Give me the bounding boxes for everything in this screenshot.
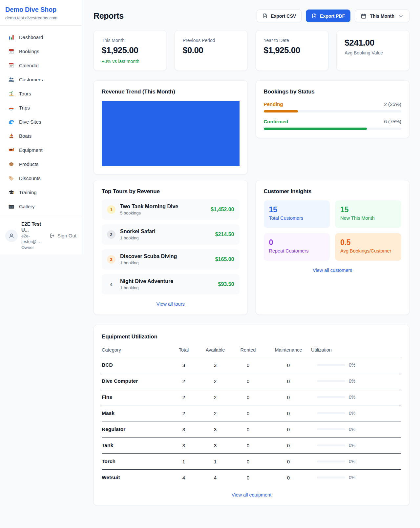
tour-bookings-count: 1 booking xyxy=(120,260,177,265)
export-csv-label: Export CSV xyxy=(271,13,296,19)
view-all-tours-link[interactable]: View all tours xyxy=(102,301,240,307)
equipment-table: CategoryTotalAvailableRentedMaintenanceU… xyxy=(102,344,401,485)
tour-revenue: $93.50 xyxy=(218,281,234,287)
equipment-utilization-cell: 0% xyxy=(311,421,401,437)
equipment-category: Regulator xyxy=(102,421,167,437)
sidebar-item-trips[interactable]: Trips xyxy=(4,101,78,115)
status-rows: Pending 2 (25%) Confirmed 6 (75%) xyxy=(264,101,402,130)
top-tours-card: Top Tours by Revenue 1 Two Tank Morning … xyxy=(94,180,248,315)
insight-label: New This Month xyxy=(340,215,396,221)
utilization-percent: 0% xyxy=(349,411,355,416)
equipment-table-header: CategoryTotalAvailableRentedMaintenanceU… xyxy=(102,344,401,357)
column-header-utilization: Utilization xyxy=(311,344,401,357)
tour-info: Night Dive Adventure 1 booking xyxy=(120,278,173,290)
equipment-category: Wetsuit xyxy=(102,470,167,486)
sidebar-item-gallery[interactable]: Gallery xyxy=(4,199,78,213)
sidebar-item-products[interactable]: Products xyxy=(4,157,78,171)
column-header-maintenance: Maintenance xyxy=(266,344,311,357)
discounts-icon xyxy=(8,175,14,182)
header-actions: Export CSV Export PDF This Month xyxy=(257,10,410,22)
utilization-bar xyxy=(317,460,345,462)
tour-rank-badge: 3 xyxy=(107,255,116,264)
equipment-available: 3 xyxy=(200,421,230,437)
utilization-bar xyxy=(317,412,345,414)
sidebar-item-dive-sites[interactable]: Dive Sites xyxy=(4,115,78,129)
user-email: e2e-tester@... xyxy=(21,234,46,245)
equipment-available: 1 xyxy=(200,454,230,470)
sidebar-item-pos[interactable]: POS xyxy=(4,213,78,217)
sidebar-item-discounts[interactable]: Discounts xyxy=(4,171,78,185)
stat-card-this-month: This Month$1,925.00+0% vs last month xyxy=(94,30,167,71)
equipment-utilization-title: Equipment Utilization xyxy=(102,334,401,340)
tour-revenue: $165.00 xyxy=(215,256,234,262)
equipment-rented: 0 xyxy=(230,405,266,421)
sidebar-nav: Dashboard 17 Bookings Calendar Customers… xyxy=(0,26,82,217)
equipment-utilization-cell: 0% xyxy=(311,373,401,389)
insight-label: Avg Bookings/Customer xyxy=(340,248,396,254)
view-all-equipment-link[interactable]: View all equipment xyxy=(102,492,401,498)
gallery-icon xyxy=(8,203,14,210)
export-csv-button[interactable]: Export CSV xyxy=(257,10,302,22)
tour-list-item: 2 Snorkel Safari 1 booking $214.50 xyxy=(102,224,240,245)
tour-revenue: $1,452.00 xyxy=(211,207,234,213)
equipment-maintenance: 0 xyxy=(266,405,311,421)
stat-value: $1,925.00 xyxy=(264,45,321,55)
equipment-category: Fins xyxy=(102,389,167,405)
status-value: 2 (25%) xyxy=(384,101,401,107)
trips-icon xyxy=(8,105,14,111)
stat-label: Avg Booking Value xyxy=(345,50,401,55)
sign-out-button[interactable]: Sign Out xyxy=(50,233,76,238)
sidebar-item-bookings[interactable]: 17 Bookings xyxy=(4,44,78,58)
sidebar-item-customers[interactable]: Customers xyxy=(4,72,78,87)
sidebar: Demo Dive Shop demo.test.divestreams.com… xyxy=(0,0,82,254)
insight-tile-repeat-customers: 0 Repeat Customers xyxy=(264,233,330,261)
sidebar-item-equipment[interactable]: Equipment xyxy=(4,143,78,157)
export-pdf-button[interactable]: Export PDF xyxy=(306,10,350,22)
equipment-utilization-cell: 0% xyxy=(311,405,401,421)
status-progress-bar xyxy=(264,110,402,112)
revenue-trend-chart xyxy=(102,101,240,166)
equipment-row-mask: Mask 2 2 0 0 0% xyxy=(102,405,401,421)
user-info: E2E Test U... e2e-tester@... Owner xyxy=(21,221,46,251)
utilization-percent: 0% xyxy=(349,475,355,480)
training-icon xyxy=(8,189,14,196)
sign-out-label: Sign Out xyxy=(57,233,76,238)
equipment-available: 3 xyxy=(200,437,230,454)
equipment-rented: 0 xyxy=(230,357,266,373)
sidebar-item-tours[interactable]: Tours xyxy=(4,87,78,101)
stat-value: $241.00 xyxy=(345,38,401,48)
tour-name: Snorkel Safari xyxy=(120,229,156,234)
sidebar-item-calendar[interactable]: Calendar xyxy=(4,58,78,72)
revenue-trend-card: Revenue Trend (This Month) xyxy=(94,80,248,174)
insight-tile-total-customers: 15 Total Customers xyxy=(264,200,330,228)
equipment-category: Torch xyxy=(102,454,167,470)
boats-icon xyxy=(8,133,14,139)
sidebar-item-training[interactable]: Training xyxy=(4,185,78,199)
user-name: E2E Test U... xyxy=(21,221,46,234)
stats-row: This Month$1,925.00+0% vs last monthPrev… xyxy=(94,30,410,71)
utilization-percent: 0% xyxy=(349,427,355,432)
equipment-total: 4 xyxy=(167,470,200,486)
utilization-percent: 0% xyxy=(349,395,355,400)
status-row-pending: Pending 2 (25%) xyxy=(264,101,402,112)
view-all-customers-link[interactable]: View all customers xyxy=(264,268,402,273)
equipment-row-tank: Tank 3 3 0 0 0% xyxy=(102,437,401,454)
status-progress-bar xyxy=(264,128,402,130)
equipment-maintenance: 0 xyxy=(266,454,311,470)
equipment-row-bcd: BCD 3 3 0 0 0% xyxy=(102,357,401,373)
chevron-down-icon xyxy=(398,13,404,19)
equipment-total: 2 xyxy=(167,389,200,405)
insight-label: Repeat Customers xyxy=(269,248,325,254)
sidebar-item-dashboard[interactable]: Dashboard xyxy=(4,30,78,44)
equipment-rented: 0 xyxy=(230,373,266,389)
equipment-row-dive-computer: Dive Computer 2 2 0 0 0% xyxy=(102,373,401,389)
period-dropdown[interactable]: This Month xyxy=(355,10,410,22)
svg-text:17: 17 xyxy=(10,51,12,53)
equipment-icon xyxy=(8,147,14,153)
equipment-utilization-cell: 0% xyxy=(311,470,401,486)
sidebar-item-boats[interactable]: Boats xyxy=(4,129,78,143)
file-download-icon xyxy=(262,13,268,19)
utilization-bar xyxy=(317,477,345,478)
period-label: This Month xyxy=(370,13,394,19)
equipment-total: 3 xyxy=(167,421,200,437)
